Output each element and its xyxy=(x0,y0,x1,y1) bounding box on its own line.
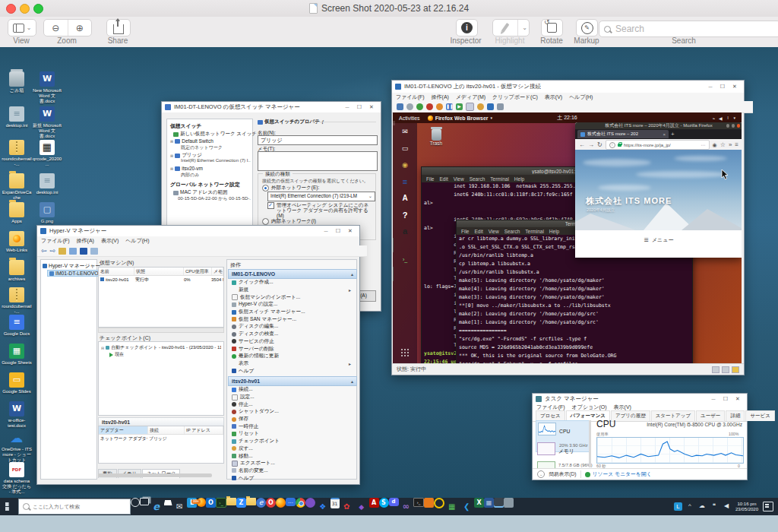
inspector-button[interactable] xyxy=(456,19,478,36)
actions-vm-group[interactable]: itsv20-hv01 xyxy=(228,376,357,386)
shutdown-icon[interactable] xyxy=(436,103,443,110)
action-item[interactable]: ディスクの検査... xyxy=(228,331,354,338)
trash-desktop-icon[interactable]: Trash xyxy=(423,129,449,146)
actions-host-group[interactable]: IM01-DT-LENOVO xyxy=(228,269,357,279)
menu-item[interactable]: 操作(A) xyxy=(432,93,449,101)
action-item[interactable]: リセット xyxy=(228,430,354,438)
taskbar-app-icon[interactable]: O xyxy=(266,498,276,508)
reload-icon[interactable]: ↻ xyxy=(597,141,602,148)
taskbar-app-icon[interactable]: ▦ xyxy=(444,498,460,515)
taskbar-app-icon[interactable] xyxy=(276,498,286,508)
highlight-button[interactable]: ⌄ xyxy=(492,19,530,36)
taskbar-app-icon[interactable]: X xyxy=(474,498,484,508)
tab[interactable]: アプリの履歴 xyxy=(611,410,650,421)
back-icon[interactable]: ⇦ xyxy=(41,247,47,255)
maximize-button[interactable] xyxy=(332,226,344,236)
revert-icon[interactable] xyxy=(477,103,484,110)
url-bar[interactable]: i https://its-more.jp/ja_jp/ ⋯ xyxy=(606,140,710,150)
horizontal-scrollbar[interactable] xyxy=(98,473,212,477)
taskbar-app-icon[interactable]: ›_ xyxy=(413,498,424,507)
taskbar-app-icon[interactable]: ❖ xyxy=(315,498,330,515)
taskbar-app-icon[interactable]: 31 xyxy=(330,498,340,508)
forward-icon[interactable]: ⇨ xyxy=(50,247,56,255)
menu-item[interactable]: View xyxy=(454,176,464,182)
taskmgr-titlebar[interactable]: タスク マネージャー xyxy=(533,394,747,404)
toolbar-icon[interactable] xyxy=(69,248,77,255)
firefox-window-buttons[interactable] xyxy=(726,124,741,128)
action-item[interactable]: 表示 xyxy=(228,360,354,368)
rhythmbox-dock-icon[interactable] xyxy=(393,157,417,173)
firefox-titlebar[interactable]: 株式会社 ITS more – 2020年4月設立 - Mozilla Fire… xyxy=(575,122,742,129)
column-header[interactable]: 状態 xyxy=(134,268,184,275)
tray-icon[interactable]: L xyxy=(674,502,682,511)
close-icon[interactable] xyxy=(365,102,378,112)
power-icon[interactable] xyxy=(406,103,413,110)
column-header[interactable]: アダプター xyxy=(99,426,148,434)
desktop-icon-qrcode[interactable]: qrcode_20200... xyxy=(32,140,62,167)
forward-icon[interactable]: → xyxy=(588,141,594,148)
turnoff-icon[interactable] xyxy=(426,103,433,110)
menu-item[interactable]: ファイル(F) xyxy=(41,237,70,245)
taskbar-app-icon[interactable]: ›_ xyxy=(216,498,226,508)
app-menu[interactable]: Firefox Web Browser▾ xyxy=(428,116,492,121)
vm-row[interactable]: itsv20-hv01 実行中 0% 3504 MB xyxy=(99,276,223,283)
menu-item[interactable]: Search xyxy=(504,229,520,234)
new-tab-button[interactable]: + xyxy=(671,131,675,138)
overflow-icon[interactable]: » xyxy=(729,141,732,148)
tree-root[interactable]: Hyper-V マネージャー xyxy=(43,262,100,270)
column-header[interactable]: CPU使用率 xyxy=(184,268,212,275)
menu-item[interactable]: Edit xyxy=(474,229,482,234)
action-item[interactable]: チェックポイント xyxy=(228,438,354,445)
pocket-icon[interactable]: ◉ xyxy=(713,142,717,148)
scrollbar[interactable] xyxy=(98,328,224,333)
activities-button[interactable]: Activities xyxy=(399,116,420,121)
tray-icon[interactable]: ^ xyxy=(685,502,694,511)
taskbar-app-icon[interactable]: ∞ xyxy=(399,498,414,515)
menu-item[interactable]: Edit xyxy=(439,176,448,182)
column-header[interactable]: IP アドレス xyxy=(185,426,223,434)
column-header[interactable]: メモリの割り... xyxy=(212,268,223,275)
action-item[interactable]: エクスポート... xyxy=(228,460,354,467)
menu-item[interactable]: Help xyxy=(514,176,524,182)
action-item[interactable]: ディスクの編集... xyxy=(228,323,354,331)
action-item[interactable]: 仮想マシンのインポート... xyxy=(228,293,354,301)
menu-item[interactable]: クリップボード(C) xyxy=(492,93,538,101)
action-item[interactable]: 仮想スイッチ マネージャー... xyxy=(228,309,354,316)
site-menu-button[interactable]: ☰ メニュー xyxy=(575,236,742,244)
desktop-icon-google-slides[interactable]: Google Slides xyxy=(2,372,32,394)
zoom-in-button[interactable]: ⊕ xyxy=(68,20,92,36)
taskbar-app-icon[interactable]: e xyxy=(256,498,266,508)
vsm-titlebar[interactable]: IM01-DT-LENOVO の仮想スイッチ マネージャー xyxy=(162,102,381,112)
hamburger-menu-icon[interactable]: ≡ xyxy=(735,141,738,148)
action-item[interactable]: 新規 xyxy=(228,287,354,294)
menu-item[interactable]: Terminal xyxy=(490,176,509,182)
action-item[interactable]: 名前の変更... xyxy=(228,467,354,475)
menu-item[interactable]: File xyxy=(426,176,434,182)
desktop-icon-desktop-ini[interactable]: desktop.ini xyxy=(32,173,62,195)
firefox-active-tab[interactable]: 株式会社 ITS more – 202 × xyxy=(577,130,669,138)
checkpoint-item[interactable]: ⊟自動チェックポイント - itsv20-hv01 - (23/05/2020 … xyxy=(101,344,221,351)
menu-item[interactable]: Search xyxy=(470,176,485,182)
markup-button[interactable] xyxy=(576,19,598,36)
action-item[interactable]: 最新の情報に更新 xyxy=(228,353,354,360)
zoom-out-button[interactable]: ⊖ xyxy=(44,20,68,36)
column-header[interactable]: 名前 xyxy=(99,268,134,275)
menu-item[interactable]: オプション(O) xyxy=(572,404,607,411)
desktop-icon-pdf[interactable]: data schema交換 だったら - 準式... xyxy=(2,462,32,495)
share-icon[interactable] xyxy=(497,103,504,110)
tray-icon[interactable]: ☁ xyxy=(697,502,707,511)
vsm-switch-internal[interactable]: ⊞itsv20-vm xyxy=(170,166,203,171)
desktop-icon-word-doc[interactable]: New Microsoft Word 文書.docx xyxy=(32,71,62,104)
reset-icon[interactable]: ▶ xyxy=(456,103,463,110)
minimize-button[interactable] xyxy=(320,226,332,236)
toolbar-icon[interactable] xyxy=(90,248,98,255)
taskbar-app-icon[interactable]: ◆ xyxy=(354,498,369,515)
menu-item[interactable]: ヘルプ(H) xyxy=(569,93,593,101)
ubuntu-status-icons[interactable]: ⌁ ◀ ⏽ ▾ xyxy=(712,116,735,121)
tab[interactable]: ユーザー xyxy=(696,410,725,421)
desktop-icon-zip[interactable]: roundcubemail-... xyxy=(2,287,32,315)
tray-icon[interactable]: ◀ xyxy=(722,502,731,511)
tab[interactable]: スタートアップ xyxy=(651,410,695,421)
taskbar-app-icon[interactable]: O xyxy=(206,498,216,508)
help-dock-icon[interactable] xyxy=(393,207,417,223)
